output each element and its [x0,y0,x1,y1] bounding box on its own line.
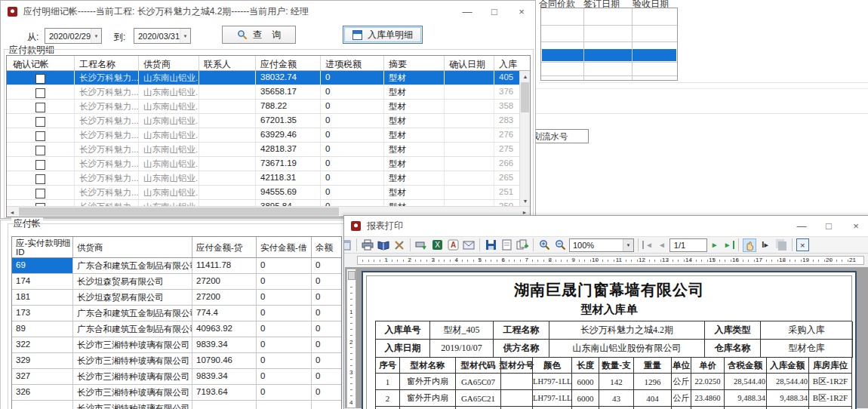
header-supplier[interactable]: 供货商 [139,56,199,70]
divider [536,88,868,89]
cell-summary: 型材 [384,143,445,156]
pdf-export-icon[interactable]: A [446,238,460,252]
close-preview-icon[interactable]: × [796,238,809,251]
tools-icon[interactable] [392,238,406,252]
to-date-combo[interactable]: 2020/03/31 ▼ [134,28,191,44]
last-page-button[interactable]: ► [722,241,734,249]
confirm-checkbox[interactable] [35,174,45,184]
header-debit[interactable]: 实付金额-借 [257,237,312,257]
table-row[interactable]: 长沙万科魅力... 山东南山铝业... 35658.17 0 型材 376 [7,85,519,100]
cell-credit: 9839.34 [192,337,257,352]
header-tax[interactable]: 进项税额 [321,56,384,70]
confirm-checkbox[interactable] [35,189,45,198]
confirm-checkbox[interactable] [35,131,45,141]
zoom-in-icon[interactable] [537,238,551,252]
header-credit[interactable]: 应付金额-贷 [192,237,257,257]
inbound-detail-button[interactable]: 入库单明细 [343,26,423,44]
cell-summary: 型材 [384,100,445,113]
mail-icon[interactable] [462,238,476,252]
header-amount[interactable]: 应付金额 [256,56,321,70]
confirm-checkbox[interactable] [35,88,45,98]
table-row[interactable]: 长沙万科魅力... 山东南山铝业... 42818.37 0 型材 275 [7,143,519,157]
copy-icon[interactable] [774,238,788,252]
cell-id: 329 [12,353,73,368]
header-confirm[interactable]: 确认记帐 [7,56,75,70]
table-row[interactable]: 长沙万科魅力... 山东南山铝业... 38032.74 0 型材 405 [7,71,519,85]
table-row[interactable]: 长沙万科魅力... 山东南山铝业... 63929.46 0 型材 276 [7,128,519,143]
from-date-combo[interactable]: 2020/02/29 ▼ [45,28,102,44]
page-design-icon[interactable] [344,238,352,252]
header-supplier[interactable]: 供货商 [73,237,192,257]
confirm-checkbox[interactable] [35,160,45,170]
export-print-icon[interactable] [414,238,428,252]
table-row[interactable]: 173 广东合和建筑五金制品有限公司 774.4 0 0 [12,306,341,321]
title-bar[interactable]: 报表打印 — □ × [344,216,868,236]
maximize-button[interactable]: □ [481,1,508,22]
next-page-button[interactable]: ► [709,241,720,249]
query-button[interactable]: 查 询 [222,26,296,44]
table-row[interactable]: 长沙万科魅力... 山东南山铝业... 73671.19 0 型材 266 [7,157,519,171]
confirm-checkbox[interactable] [35,146,45,155]
table-row[interactable]: 326 长沙市三湘特种玻璃有限公司 7193.64 0 0 [12,385,341,401]
table-row[interactable]: 长沙万科魅力... 山东南山铝业... 67201.35 0 型材 283 [7,114,519,128]
table-row[interactable]: 322 长沙市三湘特种玻璃有限公司 9839.34 0 0 [12,337,341,353]
book-icon[interactable] [377,238,390,252]
table-row[interactable]: 327 长沙市三湘特种玻璃有限公司 9839.34 0 0 [12,369,341,385]
cell-contact [199,128,256,142]
chevron-down-icon[interactable]: ▼ [91,29,101,43]
cell-summary: 型材 [384,171,445,185]
scrollbar-thumb[interactable] [19,208,339,216]
table-row[interactable]: 329 长沙市三湘特种玻璃有限公司 10790.46 0 0 [12,353,341,369]
table-row[interactable]: 89 广东合和建筑五金制品有限公司 40963.92 0 0 [12,321,341,337]
vertical-scrollbar[interactable]: ▲ ▼ [519,71,530,206]
minimize-button[interactable]: — [454,1,481,22]
zoom-out-icon[interactable] [553,238,567,252]
excel-export-icon[interactable]: X [430,238,444,252]
cell-summary: 型材 [384,157,445,171]
header-contact[interactable]: 联系人 [199,56,256,70]
hand-tool-icon[interactable] [743,238,756,252]
table-row[interactable]: 69 广东合和建筑五金制品有限公司 11411.78 0 0 [12,258,341,274]
table-row[interactable]: 181 长沙坦森贸易有限公司 27200 0 0 [12,290,341,306]
chevron-down-icon[interactable]: ▼ [180,29,190,43]
header-inbound[interactable]: 入库 [494,56,520,70]
confirm-checkbox[interactable] [35,74,45,84]
prev-page-button[interactable]: ◄ [657,241,667,249]
first-page-button[interactable]: ◄ [642,241,654,249]
table-row[interactable]: 长沙万科魅力... 山东南山铝业... 42118.31 0 型材 265 [7,171,519,186]
save-icon[interactable] [484,238,497,252]
detail-row: 1 窗外开内扇 GA65C07 LH797-1LL 6000 142 1296 … [376,374,852,390]
scroll-left-icon[interactable]: ◄ [7,207,17,217]
multipage-icon[interactable] [516,238,529,252]
confirm-checkbox[interactable] [35,117,45,127]
background-selected-row[interactable] [542,49,676,61]
table-row[interactable]: 174 长沙坦森贸易有限公司 27200 0 0 [12,274,341,290]
report-preview-area[interactable]: 12345 湖南巨晟门窗幕墙有限公司 型材入库单 入库单号 型材_405 工程名… [345,267,868,408]
close-button[interactable]: × [508,1,535,22]
scroll-up-icon[interactable]: ▲ [520,71,531,81]
scroll-down-icon[interactable]: ▼ [520,195,531,206]
header-summary[interactable]: 摘要 [384,56,445,70]
table-row[interactable]: 长沙万科魅力... 山东南山铝业... 788.22 0 型材 358 [7,100,519,114]
cell-confirm-date [445,157,494,171]
cell-project: 长沙万科魅力... [75,186,139,199]
maximize-button[interactable]: □ [815,216,842,236]
header-project[interactable]: 工程名称 [75,56,139,70]
page-setup-icon[interactable] [500,238,513,252]
page-number-box[interactable]: 1/1 [669,238,707,252]
header-confirm-date[interactable]: 确认日期 [445,56,494,70]
confirm-checkbox[interactable] [35,103,45,112]
scrollbar-thumb[interactable] [521,82,529,112]
table-row[interactable]: 长沙万科魅力... 山东南山铝业... 94555.69 0 型材 251 [7,186,519,200]
header-balance[interactable]: 余额 [312,237,341,257]
table-row[interactable]: 长沙市三湘特种玻璃有限公司 [12,401,341,409]
zoom-level-combo[interactable]: 100% ▼ [569,238,634,252]
table-row[interactable]: 长沙万科魅力... 山东南山铝业... 3895.84 0 型材 250 [7,200,519,206]
minimize-button[interactable]: — [788,216,815,236]
close-button[interactable]: × [842,216,868,236]
ruler-unit: 7 [503,257,526,264]
print-icon[interactable] [361,238,374,252]
title-bar[interactable]: 应付明细记帐------当前工程: 长沙万科魅力之城4.2期------当前用户… [1,1,535,22]
header-detail-id[interactable]: 应-实付款明细ID [12,237,73,257]
text-select-icon[interactable]: I▸ [759,238,772,252]
